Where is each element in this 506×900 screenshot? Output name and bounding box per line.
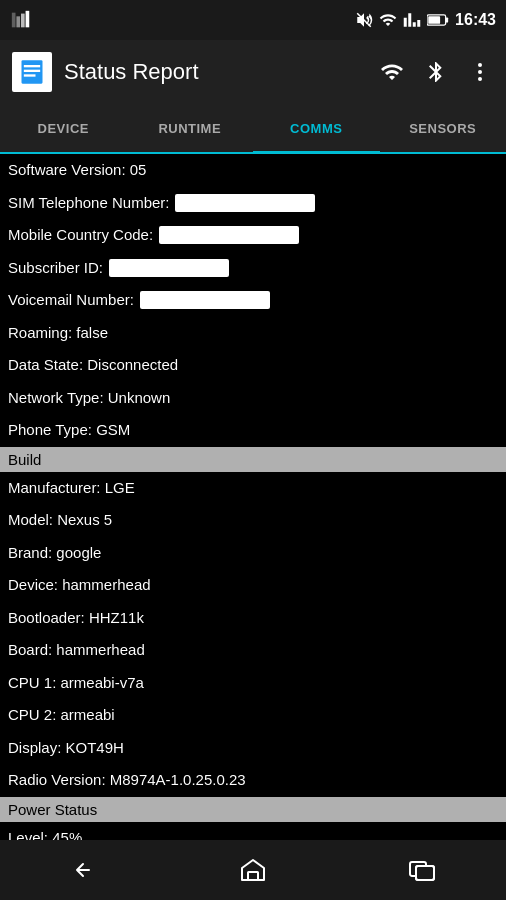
info-row: Device: hammerhead <box>0 569 506 602</box>
back-button[interactable] <box>54 850 114 890</box>
tab-bar: DEVICE RUNTIME COMMS SENSORS <box>0 104 506 154</box>
info-row: Model: Nexus 5 <box>0 504 506 537</box>
redacted-value <box>175 194 315 212</box>
info-row-redacted: Mobile Country Code: <box>0 219 506 252</box>
redacted-value <box>159 226 299 244</box>
info-row: CPU 1: armeabi-v7a <box>0 667 506 700</box>
more-options-button[interactable] <box>466 58 494 86</box>
field-label: SIM Telephone Number: <box>8 192 169 215</box>
home-button[interactable] <box>223 850 283 890</box>
wifi-status-icon <box>379 11 397 29</box>
info-row: Brand: google <box>0 537 506 570</box>
info-row: Radio Version: M8974A-1.0.25.0.23 <box>0 764 506 797</box>
info-row-redacted: Subscriber ID: <box>0 252 506 285</box>
svg-rect-7 <box>428 16 440 24</box>
field-label: Subscriber ID: <box>8 257 103 280</box>
svg-rect-3 <box>26 11 30 28</box>
bluetooth-button[interactable] <box>422 58 450 86</box>
info-row: Roaming: false <box>0 317 506 350</box>
svg-rect-11 <box>24 74 36 76</box>
info-row: Manufacturer: LGE <box>0 472 506 505</box>
svg-rect-10 <box>24 70 40 72</box>
svg-rect-1 <box>16 16 20 27</box>
app-bar-actions <box>378 58 494 86</box>
info-row: Data State: Disconnected <box>0 349 506 382</box>
tab-sensors[interactable]: SENSORS <box>380 106 507 154</box>
info-row: Bootloader: HHZ11k <box>0 602 506 635</box>
svg-rect-6 <box>446 17 449 22</box>
tab-comms[interactable]: COMMS <box>253 106 380 154</box>
info-row-redacted: SIM Telephone Number: <box>0 187 506 220</box>
info-row: Board: hammerhead <box>0 634 506 667</box>
info-row: Display: KOT49H <box>0 732 506 765</box>
svg-rect-15 <box>248 872 258 880</box>
mute-icon <box>355 11 373 29</box>
tab-device[interactable]: DEVICE <box>0 106 127 154</box>
app-icon <box>12 52 52 92</box>
info-row-redacted: Voicemail Number: <box>0 284 506 317</box>
recents-button[interactable] <box>392 850 452 890</box>
field-label: Voicemail Number: <box>8 289 134 312</box>
menu-icon <box>10 9 32 31</box>
svg-rect-0 <box>12 13 16 28</box>
wifi-button[interactable] <box>378 58 406 86</box>
status-bar-right: 16:43 <box>355 11 496 29</box>
nav-bar <box>0 840 506 900</box>
info-row: Software Version: 05 <box>0 154 506 187</box>
svg-point-14 <box>478 77 482 81</box>
svg-rect-17 <box>416 866 434 880</box>
redacted-value <box>109 259 229 277</box>
status-bar-time: 16:43 <box>455 11 496 29</box>
svg-point-13 <box>478 70 482 74</box>
field-label: Mobile Country Code: <box>8 224 153 247</box>
svg-point-12 <box>478 63 482 67</box>
document-icon <box>18 58 46 86</box>
info-row: CPU 2: armeabi <box>0 699 506 732</box>
info-row: Phone Type: GSM <box>0 414 506 447</box>
redacted-value <box>140 291 270 309</box>
status-bar: 16:43 <box>0 0 506 40</box>
app-title: Status Report <box>64 59 366 85</box>
app-bar: Status Report <box>0 40 506 104</box>
content-area: Software Version: 05SIM Telephone Number… <box>0 154 506 840</box>
section-header: Power Status <box>0 797 506 822</box>
section-header: Build <box>0 447 506 472</box>
tab-runtime[interactable]: RUNTIME <box>127 106 254 154</box>
svg-rect-9 <box>24 65 40 67</box>
info-row: Network Type: Unknown <box>0 382 506 415</box>
svg-rect-2 <box>21 14 25 28</box>
info-row: Level: 45% <box>0 822 506 841</box>
signal-icon <box>403 11 421 29</box>
status-bar-left <box>10 9 32 31</box>
battery-icon <box>427 13 449 27</box>
